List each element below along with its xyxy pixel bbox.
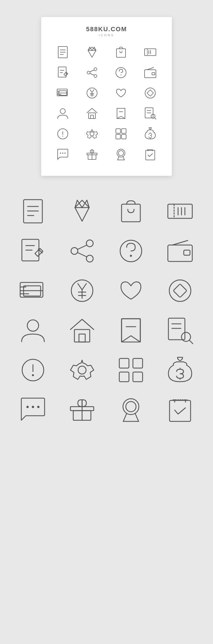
svg-point-58 [60, 153, 61, 154]
shopping-bag-icon-large [109, 196, 153, 227]
svg-rect-115 [122, 319, 140, 342]
alert-icon [50, 126, 76, 141]
svg-line-67 [123, 157, 124, 160]
svg-marker-77 [75, 200, 89, 221]
svg-point-51 [90, 132, 94, 136]
award-icon [108, 147, 134, 162]
ticket-icon [137, 45, 164, 60]
svg-rect-37 [147, 90, 153, 96]
small-icon-grid [47, 42, 166, 164]
svg-rect-126 [119, 358, 129, 368]
svg-rect-143 [170, 400, 191, 421]
svg-line-47 [154, 118, 156, 119]
svg-line-66 [118, 157, 119, 160]
svg-point-112 [27, 320, 39, 331]
svg-point-132 [26, 406, 29, 408]
svg-point-94 [86, 255, 93, 262]
svg-line-95 [78, 245, 86, 249]
svg-rect-128 [119, 372, 129, 382]
home-icon-large [60, 315, 104, 346]
heart-icon [108, 86, 134, 100]
document-icon-large [11, 196, 55, 227]
svg-point-92 [86, 240, 93, 247]
svg-point-18 [94, 68, 97, 71]
svg-point-65 [118, 151, 124, 156]
grid-icon-large [109, 354, 153, 386]
svg-point-124 [32, 374, 34, 376]
diamond-icon-large [60, 196, 104, 227]
bookmark-icon-large [109, 315, 153, 346]
share-icon-large [60, 235, 104, 267]
svg-rect-69 [146, 150, 155, 160]
svg-rect-54 [116, 134, 120, 139]
shopping-bag-icon [108, 45, 134, 60]
user-icon [50, 106, 76, 121]
svg-rect-129 [133, 372, 143, 382]
large-icon-grid [0, 187, 213, 437]
checklist-icon [137, 147, 164, 162]
yen-icon-large [60, 275, 104, 306]
card-subtitle: ICONS [47, 33, 166, 37]
svg-rect-99 [168, 245, 192, 261]
award-icon-large [109, 394, 153, 425]
card-icon-large [11, 275, 55, 306]
help-icon-large [109, 235, 153, 267]
svg-line-22 [90, 73, 94, 75]
svg-rect-26 [152, 73, 155, 75]
checklist-icon-large [158, 394, 202, 425]
svg-rect-41 [117, 108, 125, 119]
svg-rect-114 [79, 334, 85, 342]
svg-point-98 [130, 255, 132, 257]
svg-rect-39 [89, 113, 95, 119]
svg-rect-52 [116, 129, 120, 133]
ticket-icon-large [158, 196, 202, 227]
edit-document-icon-large [11, 235, 55, 267]
svg-point-19 [87, 71, 90, 74]
svg-point-36 [145, 88, 155, 98]
svg-point-60 [64, 153, 66, 154]
svg-line-140 [123, 413, 127, 421]
points-icon-large [158, 275, 202, 306]
svg-point-20 [94, 75, 97, 77]
svg-rect-40 [91, 115, 93, 119]
svg-rect-9 [116, 49, 126, 57]
svg-rect-55 [122, 134, 126, 139]
edit-document-icon [50, 65, 76, 80]
svg-line-121 [189, 340, 193, 344]
search-document-icon-large [158, 315, 202, 346]
svg-line-21 [90, 70, 94, 72]
settings-icon-large [60, 354, 104, 386]
svg-point-138 [123, 399, 139, 415]
svg-line-141 [135, 413, 139, 421]
svg-rect-100 [184, 250, 190, 255]
chat-icon [50, 147, 76, 162]
svg-rect-127 [133, 358, 143, 368]
card-title: 588KU.COM [47, 26, 166, 33]
heart-icon-large [109, 275, 153, 306]
money-bag-icon-large [158, 354, 202, 386]
grid-icon [108, 126, 134, 141]
svg-point-134 [37, 406, 39, 408]
svg-point-133 [32, 406, 34, 408]
svg-rect-113 [74, 330, 90, 342]
svg-point-24 [121, 75, 122, 75]
search-document-icon [137, 106, 164, 121]
diamond-icon [79, 45, 105, 60]
svg-point-125 [78, 366, 86, 374]
home-icon [79, 106, 105, 121]
svg-point-110 [169, 280, 191, 301]
svg-point-38 [60, 109, 65, 114]
chat-icon-large [11, 394, 55, 425]
svg-point-93 [71, 248, 78, 254]
card-icon [50, 86, 76, 100]
share-icon [79, 65, 105, 80]
svg-point-59 [62, 153, 63, 154]
gift-icon-large [60, 394, 104, 425]
money-bag-icon [137, 126, 164, 141]
icon-card: 588KU.COM ICONS [41, 17, 172, 176]
document-icon [50, 45, 76, 60]
svg-rect-111 [173, 284, 187, 297]
svg-rect-117 [168, 318, 185, 340]
help-icon [108, 65, 134, 80]
yen-icon [79, 86, 105, 100]
